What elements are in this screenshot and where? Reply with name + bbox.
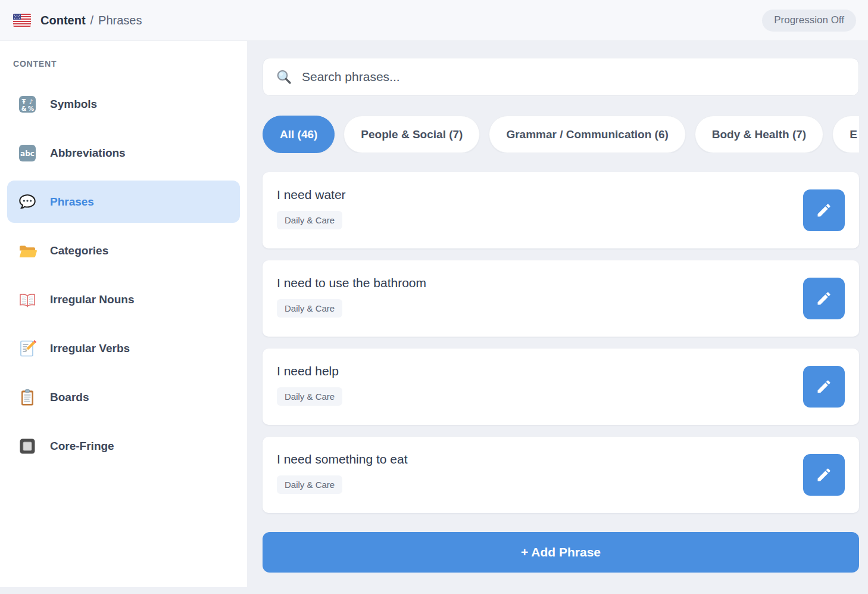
pencil-icon xyxy=(816,290,832,307)
phrase-category-badge: Daily & Care xyxy=(277,475,342,494)
search-icon xyxy=(275,68,293,86)
phrase-title: I need help xyxy=(277,364,845,378)
sidebar-item-label: Irregular Nouns xyxy=(50,293,134,306)
breadcrumb-section[interactable]: Content xyxy=(40,14,86,27)
search-bar xyxy=(263,58,859,96)
phrase-card: I need to use the bathroom Daily & Care xyxy=(263,260,859,337)
sidebar-title: CONTENT xyxy=(13,59,240,69)
edit-phrase-button[interactable] xyxy=(803,189,845,231)
square-button-icon xyxy=(18,437,37,456)
breadcrumb-page: Phrases xyxy=(98,14,142,27)
content-layout: CONTENT Ŧ ♪ & % Symbols xyxy=(0,41,868,594)
symbols-icon: Ŧ ♪ & % xyxy=(18,95,37,114)
sidebar-item-label: Irregular Verbs xyxy=(50,342,130,355)
pencil-icon xyxy=(816,202,832,219)
phrase-title: I need water xyxy=(277,188,845,202)
svg-text:♪: ♪ xyxy=(29,98,33,104)
filter-chip-people-social[interactable]: People & Social (7) xyxy=(344,116,480,153)
phrase-card: I need help Daily & Care xyxy=(263,349,859,425)
filter-chip-grammar-communication[interactable]: Grammar / Communication (6) xyxy=(489,116,685,153)
sidebar: CONTENT Ŧ ♪ & % Symbols xyxy=(0,41,247,587)
us-flag-icon[interactable] xyxy=(12,13,32,28)
sidebar-item-irregular-verbs[interactable]: Irregular Verbs xyxy=(7,327,240,369)
phrase-title: I need to use the bathroom xyxy=(277,276,845,290)
sidebar-item-phrases[interactable]: Phrases xyxy=(7,181,240,223)
top-bar: Content / Phrases Progression Off xyxy=(0,0,868,41)
breadcrumb: Content / Phrases xyxy=(40,14,142,27)
sidebar-item-irregular-nouns[interactable]: Irregular Nouns xyxy=(7,278,240,321)
sidebar-item-label: Abbreviations xyxy=(50,147,126,160)
edit-phrase-button[interactable] xyxy=(803,278,845,319)
add-phrase-button[interactable]: + Add Phrase xyxy=(263,532,859,573)
svg-text:Ŧ: Ŧ xyxy=(22,98,26,104)
main-panel: All (46) People & Social (7) Grammar / C… xyxy=(247,41,868,594)
phrase-list: I need water Daily & Care I need to use … xyxy=(263,172,859,513)
phrase-card: I need something to eat Daily & Care xyxy=(263,437,859,513)
sidebar-item-label: Categories xyxy=(50,244,108,257)
sidebar-item-label: Boards xyxy=(50,391,89,404)
svg-text:%: % xyxy=(28,105,34,112)
sidebar-item-label: Core-Fringe xyxy=(50,440,114,453)
sidebar-item-boards[interactable]: Boards xyxy=(7,376,240,418)
open-book-icon xyxy=(18,290,37,309)
memo-pencil-icon xyxy=(18,339,37,358)
phrase-category-badge: Daily & Care xyxy=(277,387,342,406)
progression-toggle[interactable]: Progression Off xyxy=(762,10,856,32)
folder-icon xyxy=(18,241,37,260)
filter-chip-body-health[interactable]: Body & Health (7) xyxy=(695,116,823,153)
edit-phrase-button[interactable] xyxy=(803,366,845,408)
sidebar-item-label: Phrases xyxy=(50,195,94,209)
edit-phrase-button[interactable] xyxy=(803,454,845,496)
sidebar-item-categories[interactable]: Categories xyxy=(7,229,240,272)
svg-text:&: & xyxy=(21,105,27,112)
phrase-category-badge: Daily & Care xyxy=(277,211,342,229)
sidebar-item-label: Symbols xyxy=(50,98,97,111)
sidebar-item-core-fringe[interactable]: Core-Fringe xyxy=(7,425,240,467)
speech-bubble-icon xyxy=(18,192,37,212)
search-input[interactable] xyxy=(302,70,847,84)
phrase-title: I need something to eat xyxy=(277,452,845,467)
sidebar-item-symbols[interactable]: Ŧ ♪ & % Symbols xyxy=(7,83,240,125)
breadcrumb-separator: / xyxy=(90,14,94,27)
app-root: Content / Phrases Progression Off CONTEN… xyxy=(0,0,868,594)
filter-chip-all[interactable]: All (46) xyxy=(263,116,335,153)
sidebar-item-abbreviations[interactable]: abc Abbreviations xyxy=(7,132,240,174)
pencil-icon xyxy=(816,378,832,395)
phrase-card: I need water Daily & Care xyxy=(263,172,859,248)
svg-text:abc: abc xyxy=(20,150,35,158)
filter-chip-clipped[interactable]: E xyxy=(832,116,859,153)
category-filter-row: All (46) People & Social (7) Grammar / C… xyxy=(263,116,859,153)
clipboard-icon xyxy=(18,388,37,407)
pencil-icon xyxy=(816,467,832,483)
phrase-category-badge: Daily & Care xyxy=(277,299,342,318)
abbreviations-icon: abc xyxy=(18,144,37,163)
